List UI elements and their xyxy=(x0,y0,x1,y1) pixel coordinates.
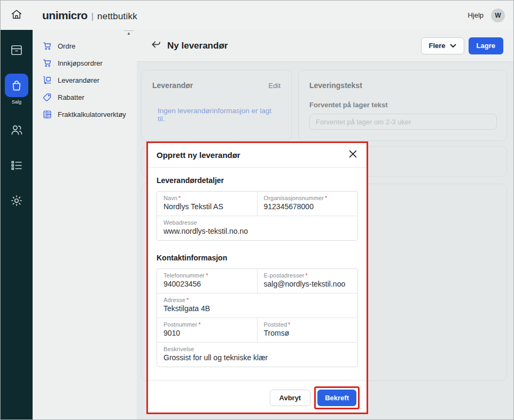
submenu-item-label: Ordre xyxy=(58,42,75,50)
field-row: Postnummer* 9010 Poststed* Tromsø xyxy=(157,318,357,343)
required-marker: * xyxy=(206,272,208,279)
submenu-item-label: Fraktkalkulatorverktøy xyxy=(58,110,126,118)
rail-item-products[interactable] xyxy=(1,42,33,59)
field-row: Adresse* Tekstilgata 4B xyxy=(157,294,357,318)
supplier-edit-link[interactable]: Edit xyxy=(269,82,281,90)
confirm-annotation-box: Bekreft xyxy=(314,386,360,409)
submenu-item-leverandorer[interactable]: Leverandører xyxy=(33,72,137,89)
save-button[interactable]: Lagre xyxy=(469,37,503,54)
back-arrow-icon xyxy=(151,39,161,52)
poststed-input[interactable]: Poststed* Tromsø xyxy=(258,318,358,342)
home-icon xyxy=(11,9,22,22)
beskrivelse-input[interactable]: Beskrivelse Grossist for ull og tekniske… xyxy=(157,343,357,367)
required-marker: * xyxy=(325,195,327,201)
field-row: Navn* Nordlys Tekstil AS Organisasjonsnu… xyxy=(157,192,357,216)
telefonnummer-input[interactable]: Telefonnummer* 940023456 xyxy=(157,269,258,293)
organisasjonsnummer-input[interactable]: Organisasjonsnummer* 912345678000 xyxy=(258,192,358,216)
page-title: Ny leverandør xyxy=(167,41,228,51)
rail-item-lists[interactable] xyxy=(1,157,33,174)
help-link[interactable]: Hjelp xyxy=(468,11,484,19)
delivery-text-card: Leveringstekst Forventet på lager tekst xyxy=(298,70,507,141)
supplier-card: Leverandør Edit Ingen leverandørinformas… xyxy=(141,70,292,140)
adresse-label: Adresse* xyxy=(163,297,351,303)
submenu-item-innkjopsordrer[interactable]: Innkjøpsordrer xyxy=(33,54,137,72)
postnummer-input[interactable]: Postnummer* 9010 xyxy=(157,318,258,342)
list-icon xyxy=(10,159,23,172)
shopping-bag-icon[interactable] xyxy=(5,74,28,97)
cancel-button[interactable]: Avbryt xyxy=(270,390,311,406)
field-row: Telefonnummer* 940023456 E-postadresser*… xyxy=(157,269,357,294)
delivery-text-input[interactable] xyxy=(309,114,497,130)
page-header: Ny leverandør Flere Lagre xyxy=(137,30,514,62)
adresse-input[interactable]: Adresse* Tekstilgata 4B xyxy=(157,294,357,318)
required-marker: * xyxy=(288,321,290,328)
details-field-grid: Navn* Nordlys Tekstil AS Organisasjonsnu… xyxy=(157,191,358,241)
logo-secondary: nettbutikk xyxy=(97,11,137,22)
avatar[interactable]: W xyxy=(491,9,505,22)
topbar: unimicro | nettbutikk Hjelp W xyxy=(1,1,513,30)
organisasjonsnummer-label: Organisasjonsnummer* xyxy=(264,195,352,201)
submenu-item-fraktkalkulator[interactable]: Fraktkalkulatorverktøy xyxy=(33,106,137,123)
required-marker: * xyxy=(186,297,189,303)
submenu-panel: ▲ Ordre Innkjøpsordrer xyxy=(33,30,137,420)
logo-divider: | xyxy=(91,11,94,22)
close-icon xyxy=(349,150,357,160)
epost-input[interactable]: E-postadresser* salg@nordlys-tekstil.noo xyxy=(258,269,358,293)
submenu-item-label: Rabatter xyxy=(58,93,84,101)
close-button[interactable] xyxy=(347,150,358,161)
home-button[interactable] xyxy=(1,1,33,30)
field-row: Beskrivelse Grossist for ull og tekniske… xyxy=(157,343,357,367)
webadresse-label: Webadresse xyxy=(163,219,351,226)
submenu-collapse-button[interactable]: ▲ xyxy=(123,30,134,36)
more-button-label: Flere xyxy=(429,42,446,50)
create-supplier-modal: Opprett ny leverandør Leverandørdetaljer… xyxy=(146,141,368,414)
collapse-arrow-icon: ▲ xyxy=(123,31,134,36)
submenu-item-label: Leverandører xyxy=(58,76,99,84)
supplier-card-header: Leverandør Edit xyxy=(152,81,281,90)
poststed-label: Poststed* xyxy=(264,321,352,328)
tag-icon xyxy=(43,93,52,102)
archive-icon xyxy=(10,44,23,57)
rail-item-customers[interactable] xyxy=(1,122,33,139)
rail-item-settings[interactable] xyxy=(1,192,33,209)
rail-item-sales[interactable]: Salg xyxy=(5,59,28,105)
adresse-value: Tekstilgata 4B xyxy=(163,304,351,313)
dolly-icon xyxy=(43,76,52,85)
modal-title: Opprett ny leverandør xyxy=(157,150,240,160)
modal-footer: Avbryt Bekreft xyxy=(148,380,367,416)
webadresse-input[interactable]: Webadresse www.nordlys-tekstil.no.no xyxy=(157,216,357,240)
required-marker: * xyxy=(198,321,200,328)
modal-body: Leverandørdetaljer Navn* Nordlys Tekstil… xyxy=(148,168,367,380)
delivery-card-title: Leveringstekst xyxy=(309,81,362,90)
gear-icon xyxy=(10,194,23,207)
app-window: unimicro | nettbutikk Hjelp W Sal xyxy=(0,0,514,420)
users-icon xyxy=(10,124,23,137)
field-row: Webadresse www.nordlys-tekstil.no.no xyxy=(157,216,357,240)
submenu-item-ordre[interactable]: Ordre xyxy=(33,37,137,54)
confirm-button[interactable]: Bekreft xyxy=(317,390,356,406)
navn-label: Navn* xyxy=(163,195,251,201)
beskrivelse-value: Grossist for ull og tekniske klær xyxy=(163,353,351,362)
logo-primary: unimicro xyxy=(42,9,88,22)
contact-field-grid: Telefonnummer* 940023456 E-postadresser*… xyxy=(157,268,358,367)
beskrivelse-label: Beskrivelse xyxy=(163,346,351,352)
telefonnummer-value: 940023456 xyxy=(163,280,251,288)
supplier-empty-link[interactable]: Ingen leverandørinformasjon er lagt til. xyxy=(158,107,281,123)
rail-active-label: Salg xyxy=(12,99,21,105)
chevron-down-icon xyxy=(450,42,456,50)
icon-rail: Salg xyxy=(1,30,33,420)
more-button[interactable]: Flere xyxy=(421,37,464,54)
back-button[interactable] xyxy=(150,39,162,52)
delivery-field-label: Forventet på lager tekst xyxy=(309,101,496,109)
epost-label: E-postadresser* xyxy=(264,272,352,279)
postnummer-value: 9010 xyxy=(163,329,251,337)
webadresse-value: www.nordlys-tekstil.no.no xyxy=(163,227,351,235)
cart-icon xyxy=(43,42,52,51)
navn-input[interactable]: Navn* Nordlys Tekstil AS xyxy=(157,192,258,216)
submenu-item-rabatter[interactable]: Rabatter xyxy=(33,89,137,106)
header-actions: Flere Lagre xyxy=(421,37,514,54)
section-title-details: Leverandørdetaljer xyxy=(157,176,358,185)
telefonnummer-label: Telefonnummer* xyxy=(163,272,251,279)
cart-icon xyxy=(43,59,52,68)
supplier-card-title: Leverandør xyxy=(152,81,193,90)
